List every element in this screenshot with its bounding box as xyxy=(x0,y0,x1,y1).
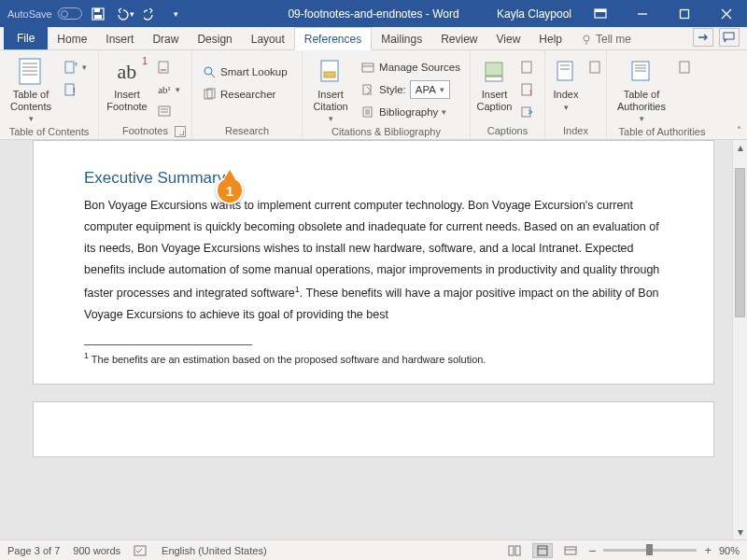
scroll-thumb[interactable] xyxy=(735,168,745,317)
group-research: Smart Lookup Researcher Research xyxy=(192,50,303,139)
spellcheck-icon[interactable] xyxy=(134,544,148,557)
scroll-down-icon[interactable]: ▾ xyxy=(733,525,747,539)
group-label-index: Index xyxy=(551,123,600,139)
update-table-figures-button[interactable]: ! xyxy=(516,79,539,100)
next-footnote-icon: ab¹ xyxy=(157,82,172,97)
status-word-count[interactable]: 900 words xyxy=(73,545,120,556)
add-text-button[interactable]: +▾ xyxy=(60,57,91,77)
index-button[interactable]: Index ▾ xyxy=(551,54,581,112)
svg-rect-4 xyxy=(595,9,606,12)
tell-me-search[interactable]: Tell me xyxy=(571,28,641,49)
body-paragraph: Bon Voyage Excursions wants to implement… xyxy=(84,195,663,326)
mark-citation-icon xyxy=(678,60,693,75)
table-of-contents-button[interactable]: Table of Contents▾ xyxy=(6,54,56,124)
tab-mailings[interactable]: Mailings xyxy=(372,28,431,49)
svg-line-28 xyxy=(211,74,215,77)
endnote-icon xyxy=(157,60,172,75)
svg-point-9 xyxy=(584,35,589,41)
update-table-button[interactable]: ! xyxy=(60,79,91,100)
footnote-icon: ab1 xyxy=(112,57,142,87)
update-figures-icon: ! xyxy=(520,82,535,97)
collapse-ribbon-icon[interactable]: ˄ xyxy=(737,125,741,135)
tab-file[interactable]: File xyxy=(4,27,48,49)
autosave-toggle[interactable] xyxy=(58,7,82,20)
manage-sources-icon xyxy=(360,60,375,75)
qat-customize-icon[interactable]: ▾ xyxy=(166,4,187,24)
tab-insert[interactable]: Insert xyxy=(96,28,143,49)
table-of-authorities-button[interactable]: Table of Authorities ▾ xyxy=(613,54,670,124)
tab-draw[interactable]: Draw xyxy=(143,28,188,49)
footnotes-dialog-launcher[interactable] xyxy=(175,126,186,137)
group-index: Index ▾ Index xyxy=(545,50,607,139)
tab-design[interactable]: Design xyxy=(188,28,241,49)
mark-citation-button[interactable] xyxy=(674,57,697,77)
share-button[interactable] xyxy=(693,28,713,47)
read-mode-button[interactable] xyxy=(504,543,525,558)
zoom-level[interactable]: 90% xyxy=(719,545,740,556)
user-name[interactable]: Kayla Claypool xyxy=(497,7,571,21)
ribbon-display-options-icon[interactable] xyxy=(579,0,621,27)
print-layout-button[interactable] xyxy=(532,543,553,558)
svg-rect-6 xyxy=(680,9,688,18)
scroll-up-icon[interactable]: ▴ xyxy=(733,140,747,155)
insert-citation-button[interactable]: Insert Citation▾ xyxy=(308,54,353,124)
undo-button[interactable]: ▾ xyxy=(114,4,134,24)
svg-rect-42 xyxy=(522,62,531,73)
manage-sources-button[interactable]: Manage Sources xyxy=(357,57,464,77)
svg-text:!: ! xyxy=(73,87,76,96)
insert-caption-button[interactable]: Insert Caption xyxy=(476,54,513,112)
web-layout-button[interactable] xyxy=(560,543,581,558)
svg-rect-60 xyxy=(565,547,576,554)
redo-button[interactable] xyxy=(140,4,161,24)
tell-me-label: Tell me xyxy=(596,33,631,46)
zoom-slider[interactable] xyxy=(603,549,697,552)
svg-rect-40 xyxy=(486,63,502,76)
svg-text:+: + xyxy=(74,61,78,69)
document-title: 09-footnotes-and-endnotes - Word xyxy=(288,7,458,21)
autosave-label: AutoSave xyxy=(7,8,52,20)
svg-rect-22 xyxy=(159,62,168,73)
insert-table-figures-button[interactable] xyxy=(516,57,539,77)
svg-rect-2 xyxy=(94,15,102,19)
tab-references[interactable]: References xyxy=(294,27,372,50)
document-page-next[interactable] xyxy=(33,401,714,457)
next-footnote-button[interactable]: ab¹▾ xyxy=(153,79,184,100)
save-icon[interactable] xyxy=(88,4,108,24)
insert-endnote-button[interactable] xyxy=(153,57,184,77)
document-area: Executive Summary Bon Voyage Excursions … xyxy=(0,140,747,539)
bibliography-button[interactable]: Bibliography ▾ xyxy=(357,102,464,122)
group-toc: Table of Contents▾ +▾ ! Table of Content… xyxy=(0,50,99,139)
minimize-button[interactable] xyxy=(621,0,663,27)
callout-marker-1: 1 xyxy=(216,176,244,212)
tab-review[interactable]: Review xyxy=(431,28,486,49)
tab-view[interactable]: View xyxy=(487,28,530,49)
svg-rect-1 xyxy=(94,8,100,12)
tab-layout[interactable]: Layout xyxy=(242,28,294,49)
cross-reference-button[interactable] xyxy=(516,102,539,122)
researcher-button[interactable]: Researcher xyxy=(198,84,291,105)
citation-style-dropdown[interactable]: Style: APA▾ xyxy=(357,79,464,100)
tab-home[interactable]: Home xyxy=(48,28,96,49)
show-notes-button[interactable] xyxy=(153,102,184,122)
status-language[interactable]: English (United States) xyxy=(162,545,267,556)
caption-icon xyxy=(480,57,510,87)
tab-help[interactable]: Help xyxy=(529,28,571,49)
svg-point-27 xyxy=(204,67,212,75)
smart-lookup-button[interactable]: Smart Lookup xyxy=(198,62,291,82)
zoom-out-button[interactable]: − xyxy=(588,543,596,558)
svg-rect-12 xyxy=(724,33,734,39)
mark-entry-button[interactable] xyxy=(585,57,607,77)
toc-icon xyxy=(16,57,46,87)
group-label-toc: Table of Contents xyxy=(6,124,92,140)
insert-footnote-button[interactable]: ab1 Insert Footnote xyxy=(105,54,149,112)
zoom-in-button[interactable]: + xyxy=(704,543,712,557)
status-page[interactable]: Page 3 of 7 xyxy=(7,545,60,556)
close-button[interactable] xyxy=(705,0,747,27)
comments-button[interactable] xyxy=(719,28,740,47)
document-page[interactable]: Executive Summary Bon Voyage Excursions … xyxy=(33,140,714,385)
quick-access-toolbar: AutoSave ▾ ▾ xyxy=(0,4,187,24)
zoom-slider-thumb[interactable] xyxy=(646,544,653,555)
vertical-scrollbar[interactable]: ▴ ▾ xyxy=(732,140,747,539)
maximize-button[interactable] xyxy=(663,0,705,27)
group-captions: Insert Caption ! Captions xyxy=(471,50,545,139)
